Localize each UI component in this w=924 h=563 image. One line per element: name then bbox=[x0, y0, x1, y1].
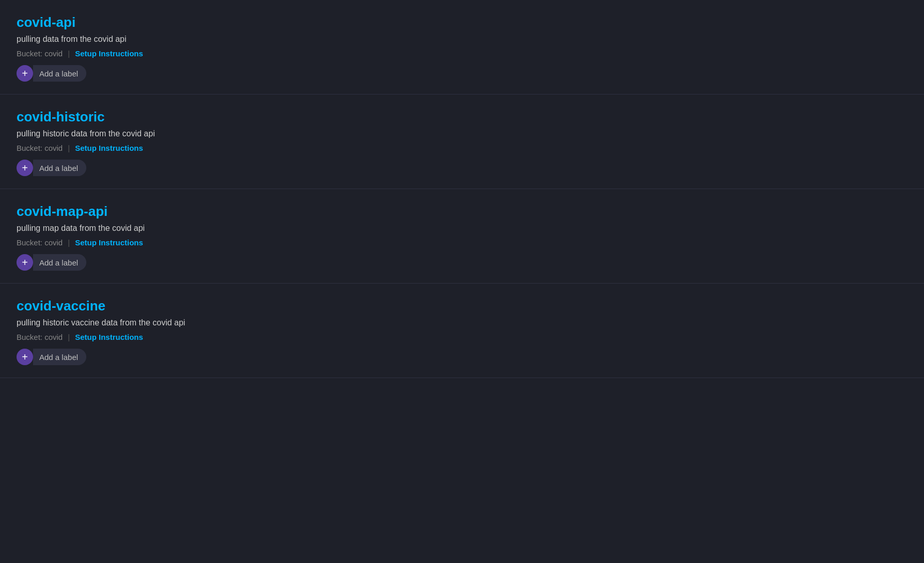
repo-card-covid-api: covid-api pulling data from the covid ap… bbox=[0, 0, 924, 95]
repo-meta-covid-api: Bucket: covid | Setup Instructions bbox=[17, 49, 907, 58]
add-label-text-covid-api: Add a label bbox=[33, 65, 86, 82]
meta-divider-covid-historic: | bbox=[68, 144, 70, 152]
label-area-covid-map-api: + Add a label bbox=[17, 254, 907, 271]
label-area-covid-api: + Add a label bbox=[17, 65, 907, 82]
meta-divider-covid-vaccine: | bbox=[68, 333, 70, 341]
add-label-text-covid-vaccine: Add a label bbox=[33, 349, 86, 365]
repo-card-covid-map-api: covid-map-api pulling map data from the … bbox=[0, 189, 924, 284]
meta-divider-covid-api: | bbox=[68, 49, 70, 58]
repo-title-covid-historic[interactable]: covid-historic bbox=[17, 109, 907, 125]
plus-icon-covid-vaccine: + bbox=[17, 349, 33, 365]
repo-description-covid-api: pulling data from the covid api bbox=[17, 35, 907, 44]
add-label-button-covid-vaccine[interactable]: + Add a label bbox=[17, 349, 86, 365]
setup-instructions-link-covid-api[interactable]: Setup Instructions bbox=[75, 49, 143, 58]
plus-icon-covid-map-api: + bbox=[17, 254, 33, 271]
label-area-covid-vaccine: + Add a label bbox=[17, 349, 907, 365]
setup-instructions-link-covid-map-api[interactable]: Setup Instructions bbox=[75, 238, 143, 247]
meta-divider-covid-map-api: | bbox=[68, 238, 70, 247]
add-label-button-covid-map-api[interactable]: + Add a label bbox=[17, 254, 86, 271]
plus-icon-covid-historic: + bbox=[17, 160, 33, 176]
repo-list: covid-api pulling data from the covid ap… bbox=[0, 0, 924, 378]
repo-meta-covid-map-api: Bucket: covid | Setup Instructions bbox=[17, 238, 907, 247]
repo-description-covid-vaccine: pulling historic vaccine data from the c… bbox=[17, 318, 907, 327]
repo-bucket-covid-api: Bucket: covid bbox=[17, 49, 63, 58]
repo-bucket-covid-map-api: Bucket: covid bbox=[17, 238, 63, 247]
repo-meta-covid-historic: Bucket: covid | Setup Instructions bbox=[17, 144, 907, 152]
repo-card-covid-historic: covid-historic pulling historic data fro… bbox=[0, 95, 924, 189]
repo-description-covid-historic: pulling historic data from the covid api bbox=[17, 129, 907, 138]
setup-instructions-link-covid-vaccine[interactable]: Setup Instructions bbox=[75, 333, 143, 341]
repo-bucket-covid-historic: Bucket: covid bbox=[17, 144, 63, 152]
repo-meta-covid-vaccine: Bucket: covid | Setup Instructions bbox=[17, 333, 907, 341]
add-label-button-covid-api[interactable]: + Add a label bbox=[17, 65, 86, 82]
repo-bucket-covid-vaccine: Bucket: covid bbox=[17, 333, 63, 341]
repo-title-covid-map-api[interactable]: covid-map-api bbox=[17, 204, 907, 220]
repo-description-covid-map-api: pulling map data from the covid api bbox=[17, 224, 907, 233]
repo-title-covid-vaccine[interactable]: covid-vaccine bbox=[17, 298, 907, 314]
setup-instructions-link-covid-historic[interactable]: Setup Instructions bbox=[75, 144, 143, 152]
repo-title-covid-api[interactable]: covid-api bbox=[17, 14, 907, 30]
repo-card-covid-vaccine: covid-vaccine pulling historic vaccine d… bbox=[0, 284, 924, 378]
add-label-text-covid-historic: Add a label bbox=[33, 160, 86, 176]
label-area-covid-historic: + Add a label bbox=[17, 160, 907, 176]
plus-icon-covid-api: + bbox=[17, 65, 33, 82]
add-label-text-covid-map-api: Add a label bbox=[33, 254, 86, 271]
add-label-button-covid-historic[interactable]: + Add a label bbox=[17, 160, 86, 176]
